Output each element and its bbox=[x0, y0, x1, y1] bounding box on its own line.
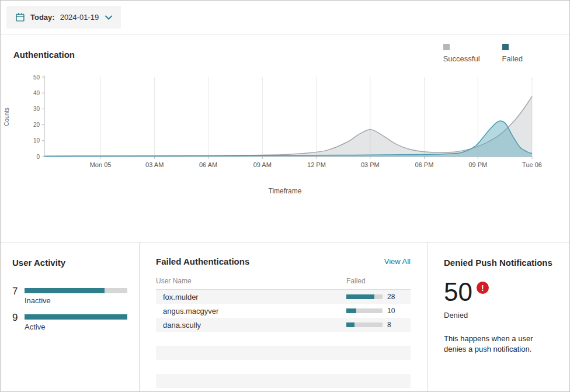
failed-count-cell: 10 bbox=[383, 307, 411, 315]
failed-bar-fill bbox=[346, 322, 354, 327]
table-row: fox.mulder 28 bbox=[156, 290, 411, 304]
failed-bar bbox=[346, 294, 383, 299]
date-range-selector[interactable]: Today: 2024-01-19 bbox=[6, 6, 121, 29]
failed-bar-fill bbox=[346, 308, 356, 313]
inactive-count: 7 bbox=[12, 286, 19, 297]
svg-text:0: 0 bbox=[36, 154, 40, 160]
failed-bar-fill bbox=[346, 294, 374, 299]
dashboard-page: Today: 2024-01-19 Authentication Success… bbox=[0, 0, 570, 392]
svg-text:09 PM: 09 PM bbox=[468, 161, 487, 168]
failed-bar-track bbox=[346, 308, 383, 313]
table-row-empty bbox=[156, 360, 411, 374]
active-bar-fill bbox=[25, 314, 127, 320]
svg-text:06 AM: 06 AM bbox=[199, 161, 217, 168]
chart-legend: Successful Failed bbox=[443, 44, 523, 63]
active-label: Active bbox=[25, 322, 127, 331]
column-header-user-name: User Name bbox=[156, 277, 346, 285]
chart-xaxis-label: Timeframe bbox=[1, 187, 569, 195]
user-activity-title: User Activity bbox=[12, 258, 127, 268]
svg-text:20: 20 bbox=[33, 122, 40, 128]
legend-label-failed: Failed bbox=[502, 54, 523, 63]
legend-item-successful: Successful bbox=[443, 44, 480, 63]
svg-text:Mon 05: Mon 05 bbox=[90, 161, 112, 168]
user-activity-rows: 7 Inactive 9 Active bbox=[12, 286, 127, 331]
authentication-title: Authentication bbox=[13, 50, 75, 60]
active-bar-group: Active bbox=[25, 313, 127, 331]
legend-item-failed: Failed bbox=[502, 44, 523, 63]
svg-text:10: 10 bbox=[33, 137, 40, 144]
table-header: User Name Failed bbox=[156, 277, 411, 290]
failed-bar bbox=[346, 322, 383, 327]
denied-push-title: Denied Push Notifications bbox=[444, 258, 553, 268]
svg-text:30: 30 bbox=[33, 106, 40, 112]
legend-swatch-failed bbox=[502, 44, 509, 50]
user-activity-row-active: 9 Active bbox=[12, 313, 127, 331]
failed-bar bbox=[346, 308, 383, 313]
active-count: 9 bbox=[12, 313, 19, 324]
inactive-label: Inactive bbox=[25, 296, 127, 305]
authentication-header: Authentication Successful Failed bbox=[1, 44, 569, 63]
bottom-panels: User Activity 7 Inactive 9 Active bbox=[1, 242, 569, 391]
failed-bar-track bbox=[346, 294, 383, 299]
authentication-section: Authentication Successful Failed 0102030… bbox=[1, 34, 569, 195]
user-name-cell: dana.scully bbox=[156, 321, 346, 329]
table-row-empty bbox=[156, 332, 411, 346]
denied-count: 50 bbox=[444, 280, 472, 304]
svg-text:12 PM: 12 PM bbox=[307, 161, 326, 168]
failed-bar-track bbox=[346, 322, 383, 327]
denied-push-panel: Denied Push Notifications 50 ! Denied Th… bbox=[427, 242, 569, 391]
denied-count-row: 50 ! bbox=[444, 280, 553, 304]
denied-label: Denied bbox=[444, 311, 553, 320]
svg-text:40: 40 bbox=[33, 90, 40, 96]
user-name-cell: fox.mulder bbox=[156, 293, 346, 301]
svg-text:Counts: Counts bbox=[4, 107, 10, 126]
authentication-chart: 01020304050Mon 0503 AM06 AM09 AM12 PM03 … bbox=[1, 71, 569, 178]
denied-description: This happens when a user denies a push n… bbox=[444, 334, 553, 356]
failed-auth-header: Failed Authentications View All bbox=[156, 256, 411, 266]
inactive-bar-group: Inactive bbox=[25, 286, 127, 305]
table-row: dana.scully 8 bbox=[156, 318, 411, 332]
calendar-icon bbox=[15, 12, 25, 22]
column-header-failed: Failed bbox=[346, 277, 411, 285]
user-name-cell: angus.macgyver bbox=[156, 307, 346, 315]
view-all-link[interactable]: View All bbox=[384, 257, 411, 266]
user-activity-row-inactive: 7 Inactive bbox=[12, 286, 127, 305]
date-value: 2024-01-19 bbox=[60, 13, 99, 22]
failed-count-cell: 8 bbox=[383, 321, 411, 329]
alert-circle-icon: ! bbox=[477, 282, 489, 294]
svg-text:09 AM: 09 AM bbox=[253, 161, 272, 168]
svg-text:03 PM: 03 PM bbox=[361, 161, 380, 168]
inactive-bar-fill bbox=[25, 288, 105, 293]
table-row-empty bbox=[156, 374, 411, 388]
svg-text:Tue 06: Tue 06 bbox=[522, 161, 542, 168]
svg-text:06 PM: 06 PM bbox=[415, 161, 434, 168]
failed-auth-panel: Failed Authentications View All User Nam… bbox=[139, 242, 427, 391]
date-label: Today: bbox=[30, 13, 55, 22]
topbar: Today: 2024-01-19 bbox=[1, 1, 569, 34]
chevron-down-icon bbox=[105, 15, 112, 20]
svg-text:03 AM: 03 AM bbox=[145, 161, 164, 168]
active-bar-track bbox=[25, 314, 127, 320]
inactive-bar-track bbox=[25, 288, 127, 293]
table-row: angus.macgyver 10 bbox=[156, 304, 411, 318]
svg-text:50: 50 bbox=[33, 74, 40, 81]
table-body: fox.mulder 28 angus.macgyver 10 dana.scu… bbox=[156, 290, 411, 391]
user-activity-panel: User Activity 7 Inactive 9 Active bbox=[1, 242, 139, 391]
legend-swatch-successful bbox=[443, 44, 450, 50]
failed-auth-title: Failed Authentications bbox=[156, 256, 249, 266]
failed-count-cell: 28 bbox=[383, 293, 411, 301]
legend-label-successful: Successful bbox=[443, 54, 480, 63]
table-row-empty bbox=[156, 346, 411, 360]
